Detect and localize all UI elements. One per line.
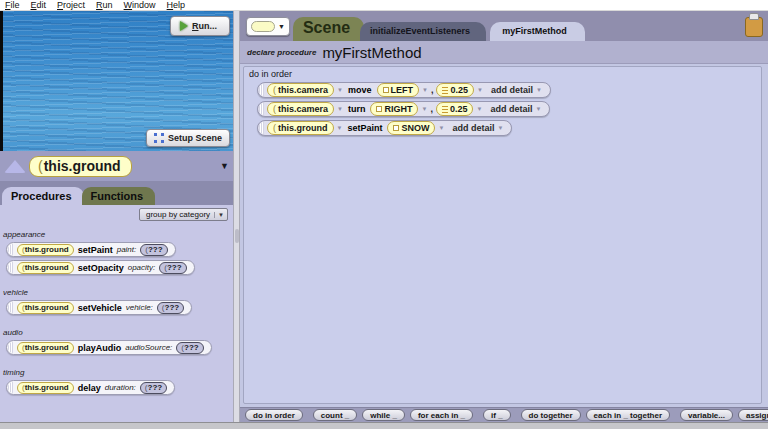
object-selector[interactable]: this.ground ▼ <box>0 151 233 181</box>
window-bottom-strip <box>0 422 768 429</box>
param-placeholder: ??? <box>140 244 167 256</box>
run-button[interactable]: Run... <box>170 16 230 36</box>
chevron-down-icon[interactable]: ▼ <box>220 161 229 171</box>
verb-label: move <box>348 85 372 95</box>
proc-setvehicle[interactable]: this.ground setVehicle vehicle: ??? <box>6 300 192 315</box>
param-name: paint: <box>117 245 137 254</box>
chevron-down-icon: ▼ <box>476 106 482 112</box>
panel-splitter[interactable] <box>233 11 240 422</box>
chevron-down-icon: ▼ <box>337 125 343 131</box>
param-placeholder: ??? <box>157 302 184 314</box>
group-by-label: group by category <box>146 210 210 219</box>
tool-assign[interactable]: assign <box>738 409 768 421</box>
chevron-down-icon: ▼ <box>497 125 503 131</box>
arg-dropdown[interactable]: 0.25 <box>436 102 474 116</box>
drag-handle[interactable] <box>259 122 264 134</box>
section-label: timing <box>3 368 231 377</box>
menu-bar: File Edit Project Run Window Help <box>0 0 768 11</box>
proc-setopacity[interactable]: this.ground setOpacity opacity: ??? <box>6 260 195 275</box>
target-dropdown[interactable]: this.ground <box>267 121 334 135</box>
statement-setpaint[interactable]: this.ground▼ setPaint SNOW▼ add detail▼ <box>257 120 512 136</box>
arg-icon <box>442 106 448 113</box>
comma: , <box>430 104 433 114</box>
section-appearance: appearance this.ground setPaint paint: ?… <box>2 230 231 277</box>
add-detail-button[interactable]: add detail <box>490 104 532 114</box>
arg-dropdown[interactable]: LEFT <box>377 83 420 97</box>
proc-name: delay <box>78 383 101 393</box>
tool-if[interactable]: if _ <box>483 409 511 421</box>
drag-handle[interactable] <box>8 302 13 313</box>
drag-handle[interactable] <box>8 244 13 255</box>
scene-thumbnail-dropdown[interactable]: ▼ <box>246 17 290 36</box>
proc-name: setPaint <box>78 245 113 255</box>
tab-initialize-event-listeners[interactable]: initializeEventListeners <box>360 22 486 41</box>
drag-handle[interactable] <box>8 382 13 393</box>
chevron-down-icon: ▼ <box>535 106 541 112</box>
drag-handle[interactable] <box>259 103 264 115</box>
target-pill: this.ground <box>17 342 74 354</box>
target-dropdown[interactable]: this.camera <box>267 102 334 116</box>
statement-move[interactable]: this.camera▼ move LEFT▼ , 0.25▼ add deta… <box>257 82 551 98</box>
tool-for-each-in[interactable]: for each in _ <box>410 409 473 421</box>
splitter-handle[interactable] <box>235 229 239 243</box>
group-by-dropdown[interactable]: group by category ▼ <box>139 208 228 221</box>
tool-count[interactable]: count _ <box>313 409 357 421</box>
declare-row: declare procedure myFirstMethod <box>240 41 768 64</box>
comma: , <box>431 85 434 95</box>
tool-do-in-order[interactable]: do in order <box>245 409 303 421</box>
proc-setpaint[interactable]: this.ground setPaint paint: ??? <box>6 242 176 257</box>
menu-window[interactable]: Window <box>124 0 156 10</box>
tab-functions[interactable]: Functions <box>82 187 156 205</box>
left-panel: Run... Setup Scene this.ground ▼ Procedu… <box>0 11 233 422</box>
arg-dropdown[interactable]: 0.25 <box>436 83 474 97</box>
proc-name: setVehicle <box>78 303 122 313</box>
arg-dropdown[interactable]: RIGHT <box>370 102 418 116</box>
target-dropdown[interactable]: this.camera <box>267 83 334 97</box>
arg-icon <box>376 106 382 112</box>
drag-handle[interactable] <box>259 84 264 96</box>
drag-handle[interactable] <box>8 342 13 353</box>
tool-variable[interactable]: variable... <box>680 409 733 421</box>
menu-project[interactable]: Project <box>57 0 85 10</box>
scene-oval-icon <box>251 21 275 32</box>
param-name: duration: <box>105 383 136 392</box>
menu-help[interactable]: Help <box>167 0 186 10</box>
add-detail-button[interactable]: add detail <box>452 123 494 133</box>
verb-label: setPaint <box>347 123 382 133</box>
target-pill: this.ground <box>17 302 74 314</box>
procedures-panel: group by category ▼ appearance this.grou… <box>0 205 233 422</box>
chevron-down-icon: ▼ <box>536 87 542 93</box>
proc-delay[interactable]: this.ground delay duration: ??? <box>6 380 175 395</box>
menu-run[interactable]: Run <box>96 0 113 10</box>
do-in-order-block[interactable]: do in order this.camera▼ move LEFT▼ , 0.… <box>243 66 762 404</box>
clipboard-icon[interactable] <box>745 13 763 37</box>
run-label: Run... <box>192 21 217 31</box>
editor-panel: ▼ Scene initializeEventListeners myFirst… <box>240 11 768 422</box>
setup-scene-icon <box>154 133 164 143</box>
setup-scene-label: Setup Scene <box>168 133 222 143</box>
chevron-down-icon: ▼ <box>421 106 427 112</box>
chevron-down-icon: ▼ <box>337 106 343 112</box>
arg-dropdown[interactable]: SNOW <box>387 121 435 135</box>
object-selector-value[interactable]: this.ground <box>29 156 132 177</box>
tab-my-first-method[interactable]: myFirstMethod <box>490 22 585 41</box>
menu-file[interactable]: File <box>5 0 20 10</box>
proc-name: setOpacity <box>78 263 124 273</box>
tool-each-in-together[interactable]: each in _ together <box>586 409 670 421</box>
preview-edge <box>0 11 3 151</box>
verb-label: turn <box>348 104 366 114</box>
do-in-order-label: do in order <box>249 69 761 79</box>
proc-playaudio[interactable]: this.ground playAudio audioSource: ??? <box>6 340 212 355</box>
arg-icon <box>393 125 399 131</box>
drag-handle[interactable] <box>8 262 13 273</box>
setup-scene-button[interactable]: Setup Scene <box>146 129 230 147</box>
statement-turn[interactable]: this.camera▼ turn RIGHT▼ , 0.25▼ add det… <box>257 101 550 117</box>
add-detail-button[interactable]: add detail <box>491 85 533 95</box>
tool-while[interactable]: while _ <box>362 409 405 421</box>
arg-icon <box>383 87 389 93</box>
menu-edit[interactable]: Edit <box>31 0 47 10</box>
tool-do-together[interactable]: do together <box>521 409 581 421</box>
tab-procedures[interactable]: Procedures <box>2 187 84 205</box>
tab-scene[interactable]: Scene <box>293 17 364 41</box>
param-name: audioSource: <box>125 343 172 352</box>
